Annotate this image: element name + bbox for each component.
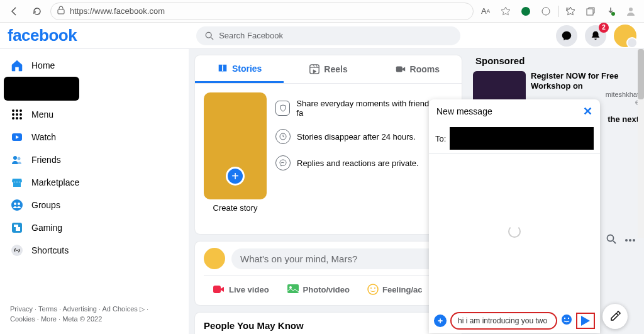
search-placeholder: Search Facebook	[219, 31, 283, 40]
page-scrollbar[interactable]	[638, 49, 644, 238]
send-button[interactable]	[576, 313, 595, 329]
browser-toolbar: https://www.facebook.com AA	[0, 0, 644, 23]
footer-line2[interactable]: Cookies · More · Meta © 2022	[10, 315, 179, 324]
messenger-button[interactable]	[556, 25, 577, 47]
search-input[interactable]: Search Facebook	[196, 26, 460, 45]
svg-rect-34	[287, 284, 299, 293]
favorites-list-icon[interactable]	[562, 3, 579, 19]
facebook-header: facebook Search Facebook 2	[0, 23, 644, 49]
profile-icon[interactable]	[623, 3, 639, 19]
groups-icon	[10, 198, 24, 212]
chat-add-button[interactable]: +	[434, 315, 447, 327]
sponsored-subtitle: miteshkhat	[531, 91, 639, 98]
svg-point-16	[12, 117, 14, 120]
svg-line-40	[613, 241, 616, 243]
svg-point-6	[611, 12, 615, 16]
svg-point-39	[608, 235, 614, 242]
text-size-icon[interactable]: AA	[477, 3, 494, 19]
composer-avatar[interactable]	[204, 248, 225, 269]
account-avatar[interactable]	[614, 25, 636, 47]
live-video-button[interactable]: Live video	[204, 280, 278, 299]
svg-point-45	[564, 317, 565, 318]
sidebar-item-label: Watch	[31, 132, 56, 142]
svg-point-46	[568, 317, 569, 318]
sidebar-item-menu[interactable]: Menu	[4, 103, 185, 126]
address-bar[interactable]: https://www.facebook.com	[50, 3, 474, 20]
left-sidebar: Home Menu Watch Friends Marketplace	[0, 49, 189, 334]
svg-rect-31	[396, 67, 402, 72]
feed-column: Stories Reels Rooms + Create story	[189, 49, 468, 334]
grid-icon	[10, 108, 24, 121]
friends-icon	[10, 153, 24, 167]
back-button[interactable]	[5, 2, 24, 21]
svg-point-17	[16, 117, 18, 120]
footer-line1[interactable]: Privacy · Terms · Advertising · Ad Choic…	[10, 304, 179, 314]
smiley-icon	[367, 284, 379, 295]
chat-close-button[interactable]: ✕	[583, 104, 592, 118]
sidebar-item-friends[interactable]: Friends	[4, 148, 185, 171]
refresh-button[interactable]	[28, 2, 47, 21]
sidebar-item-shortcuts[interactable]: Shortcuts	[4, 239, 185, 262]
sidebar-item-label: Home	[31, 60, 55, 70]
svg-point-44	[562, 315, 572, 325]
new-message-fab[interactable]	[602, 304, 628, 329]
chat-body	[429, 154, 600, 308]
create-story-card[interactable]: +	[204, 92, 267, 199]
sidebar-item-watch[interactable]: Watch	[4, 126, 185, 148]
svg-point-20	[13, 156, 17, 160]
sidebar-item-marketplace[interactable]: Marketplace	[4, 171, 185, 194]
svg-point-41	[625, 239, 628, 242]
composer-input[interactable]: What's on your mind, Mars?	[231, 248, 453, 269]
svg-rect-27	[14, 225, 18, 227]
tab-label: Reels	[324, 64, 347, 74]
downloads-icon[interactable]	[602, 3, 619, 19]
notifications-button[interactable]: 2	[585, 25, 606, 47]
extension-icon[interactable]	[518, 3, 534, 19]
chat-message-input[interactable]: hi i am introducing you two	[450, 312, 557, 330]
story-info-3: Replies and reactions are private.	[275, 155, 453, 170]
collections-icon[interactable]	[582, 3, 599, 19]
feeling-button[interactable]: Feeling/ac	[358, 280, 431, 299]
svg-point-1	[521, 7, 530, 16]
svg-point-7	[629, 8, 633, 11]
gaming-icon	[10, 221, 24, 235]
sidebar-item-home[interactable]: Home	[4, 54, 185, 77]
tab-label: Stories	[232, 64, 262, 74]
favorite-icon[interactable]	[497, 3, 514, 19]
svg-point-18	[19, 117, 22, 120]
sidebar-item-label: Groups	[31, 200, 60, 210]
photo-video-button[interactable]: Photo/video	[278, 280, 358, 299]
tab-stories[interactable]: Stories	[195, 55, 284, 83]
sidebar-footer: Privacy · Terms · Advertising · Ad Choic…	[4, 299, 185, 329]
sidebar-item-user[interactable]	[4, 77, 79, 101]
compose-icon	[609, 311, 621, 322]
svg-rect-0	[58, 9, 64, 14]
svg-point-10	[12, 109, 14, 112]
svg-point-25	[18, 203, 20, 205]
link-icon	[10, 243, 24, 257]
svg-rect-5	[587, 9, 593, 15]
tab-reels[interactable]: Reels	[284, 55, 372, 83]
svg-point-23	[11, 199, 23, 211]
notification-badge: 2	[599, 23, 609, 33]
sidebar-item-groups[interactable]: Groups	[4, 194, 185, 216]
pymk-card: People You May Know	[195, 313, 462, 334]
svg-point-8	[206, 32, 211, 38]
svg-line-9	[211, 37, 214, 40]
new-message-popup: New message ✕ To: + hi i am introducing …	[429, 99, 600, 333]
recipient-chip[interactable]	[450, 127, 594, 150]
settings-dots-icon[interactable]	[538, 3, 554, 19]
sidebar-item-gaming[interactable]: Gaming	[4, 216, 185, 239]
story-info-2: Stories disappear after 24 hours.	[275, 129, 453, 144]
svg-point-12	[19, 109, 22, 112]
facebook-logo[interactable]: facebook	[8, 26, 77, 45]
search-contacts-icon[interactable]	[606, 234, 616, 246]
photo-icon	[287, 284, 299, 295]
options-icon[interactable]	[625, 234, 635, 246]
tab-label: Rooms	[410, 64, 440, 74]
emoji-picker-button[interactable]	[561, 314, 572, 328]
live-icon	[213, 284, 225, 294]
video-icon	[395, 64, 406, 75]
svg-rect-28	[16, 227, 20, 231]
tab-rooms[interactable]: Rooms	[373, 55, 462, 83]
